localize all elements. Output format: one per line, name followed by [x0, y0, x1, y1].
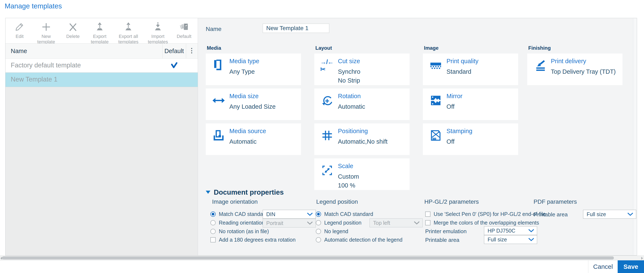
dropdown-value: HP DJ750C [488, 228, 516, 234]
horizontal-scrollbar[interactable] [0, 256, 644, 260]
card-print-quality[interactable]: Print quality Standard [423, 53, 518, 85]
horizontal-scrollbar-thumb[interactable] [2, 256, 614, 260]
edit-icon [6, 21, 33, 32]
radio-no-legend[interactable]: No legend [316, 228, 348, 235]
list-options-kebab-icon[interactable]: ⋮ [186, 44, 197, 57]
checkbox-label: Add a 180 degrees extra rotation [219, 237, 296, 243]
page-title[interactable]: Manage templates [5, 2, 62, 10]
card-value: Synchro [338, 68, 360, 75]
card-value: Automatic,No shift [338, 138, 388, 145]
card-media-source[interactable]: Media source Automatic [206, 123, 301, 155]
cut-size-icon: →/←✂ [320, 58, 334, 72]
chevron-down-icon [528, 238, 534, 241]
cancel-button[interactable]: Cancel [588, 260, 618, 273]
scroll-right-icon[interactable] [641, 257, 643, 260]
printer-emulation-dropdown[interactable]: HP DJ750C [484, 226, 537, 235]
checkbox-label: Merge the colors of the overlapping elem… [434, 220, 539, 226]
card-mirror[interactable]: Mirror Off [423, 88, 518, 120]
default-check-icon [162, 62, 186, 69]
card-value: Automatic [229, 138, 256, 145]
template-row-factory-default[interactable]: Factory default template [6, 58, 198, 72]
document-properties-title: Document properties [214, 188, 284, 196]
template-name: New Template 1 [11, 73, 58, 86]
legend-position-header: Legend position [316, 198, 358, 205]
toolbar-label: Export all templates [115, 34, 142, 45]
card-title: Mirror [446, 93, 462, 100]
radio-icon [316, 229, 321, 234]
card-rotation[interactable]: Rotation Automatic [314, 88, 410, 120]
card-positioning[interactable]: Positioning Automatic,No shift [314, 123, 410, 155]
card-value: Any Loaded Size [229, 103, 276, 110]
card-scale[interactable]: Scale Custom 100 % [314, 158, 410, 190]
dropdown-value: Portrait [266, 220, 283, 226]
radio-no-rotation[interactable]: No rotation (as in file) [210, 228, 269, 235]
checkbox-extra-rotation[interactable]: Add a 180 degrees extra rotation [210, 236, 296, 243]
column-divider [186, 44, 186, 58]
card-title: Scale [338, 163, 353, 170]
export-all-icon [115, 21, 142, 32]
name-label: Name [206, 26, 222, 32]
toolbar-label: Delete [59, 34, 87, 39]
chevron-down-icon [627, 213, 634, 216]
checkbox-label: Use 'Select Pen 0' (SP0) for HP-GL/2 end… [434, 211, 546, 217]
export-all-templates-button[interactable]: Export all templates [115, 20, 142, 42]
import-templates-button[interactable]: Import templates [144, 20, 172, 42]
card-value: Off [446, 138, 454, 145]
card-media-size[interactable]: Media size Any Loaded Size [206, 88, 301, 120]
card-media-type[interactable]: Media type Any Type [206, 53, 301, 85]
mirror-icon [429, 93, 443, 107]
template-name-input[interactable]: New Template 1 [263, 23, 329, 33]
template-list-header: Name Default ⋮ [6, 43, 198, 58]
section-header-layout: Layout [315, 45, 332, 51]
template-list-panel: Edit New template Delete Export template [6, 18, 198, 255]
toolbar-label: Export template [86, 34, 114, 45]
checkbox-select-pen-0[interactable]: Use 'Select Pen 0' (SP0) for HP-GL/2 end… [425, 211, 546, 218]
edit-button[interactable]: Edit [6, 20, 33, 42]
cad-standard-dropdown[interactable]: DIN [263, 210, 316, 219]
checkbox-icon [425, 212, 430, 217]
scroll-left-icon[interactable] [0, 257, 2, 260]
pdf-parameters-header: PDF parameters [534, 198, 577, 205]
card-value: Off [446, 103, 454, 110]
rotation-icon [320, 93, 334, 107]
footer-bar: Cancel Save [0, 260, 644, 273]
section-header-media: Media [207, 45, 221, 51]
template-name: Factory default template [11, 58, 81, 72]
delete-button[interactable]: Delete [59, 20, 87, 42]
radio-label: No legend [324, 228, 348, 235]
radio-legend-match-cad[interactable]: Match CAD standard [316, 211, 373, 218]
card-title: Stamping [446, 128, 472, 135]
hpgl2-printable-area-label: Printable area [425, 236, 459, 244]
collapse-triangle-icon [206, 191, 210, 194]
chevron-down-icon [528, 229, 534, 232]
card-print-delivery[interactable]: Print delivery Top Delivery Tray (TDT) [527, 53, 622, 85]
radio-icon [316, 220, 321, 225]
radio-reading-orientation[interactable]: Reading orientation [210, 219, 264, 226]
radio-icon [210, 212, 216, 217]
card-value: Any Type [229, 68, 255, 75]
document-properties-toggle[interactable]: Document properties [206, 188, 284, 197]
toolbar-label: Default [170, 34, 198, 39]
hpgl2-printable-area-dropdown[interactable]: Full size [484, 235, 537, 244]
checkbox-merge-colors[interactable]: Merge the colors of the overlapping elem… [425, 219, 539, 226]
save-button[interactable]: Save [618, 260, 644, 273]
card-stamping[interactable]: Stamping Off [423, 123, 518, 155]
template-row-selected[interactable]: New Template 1 [6, 73, 198, 87]
plus-icon [32, 21, 60, 32]
radio-legend-position[interactable]: Legend position [316, 219, 362, 226]
chevron-down-icon [307, 221, 313, 225]
positioning-icon [320, 128, 334, 142]
dropdown-value: Full size [488, 237, 507, 243]
radio-automatic-legend-detection[interactable]: Automatic detection of the legend [316, 236, 402, 243]
default-button[interactable]: Default [170, 20, 198, 42]
toolbar-label: New template [32, 34, 60, 45]
print-delivery-icon [533, 58, 547, 72]
pdf-printable-area-dropdown[interactable]: Full size [583, 210, 636, 219]
export-template-button[interactable]: Export template [86, 20, 114, 42]
printer-emulation-label: Printer emulation [425, 228, 467, 235]
card-value: Automatic [338, 103, 365, 110]
card-cut-size[interactable]: →/←✂ Cut size Synchro No Strip [314, 53, 410, 85]
radio-label: Reading orientation [219, 220, 264, 226]
new-template-button[interactable]: New template [32, 20, 60, 42]
radio-match-cad-standard[interactable]: Match CAD standard [210, 211, 268, 218]
